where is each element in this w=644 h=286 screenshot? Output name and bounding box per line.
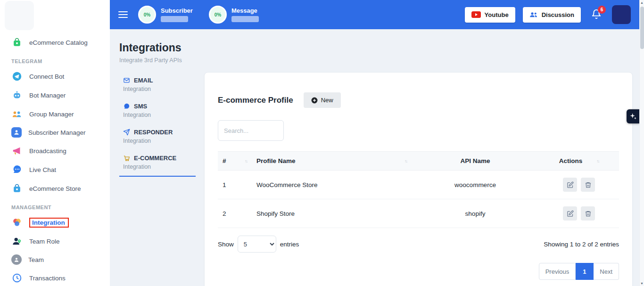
sidebar-item-label: Live Chat [29, 166, 56, 173]
sidebar-item-subscriber-manager[interactable]: Subscriber Manager [0, 123, 110, 141]
page-size-select[interactable]: 5 [238, 236, 276, 253]
col-header-actions[interactable]: Actions↑↓ [539, 152, 619, 171]
youtube-button[interactable]: Youtube [465, 7, 515, 23]
sidebar-section-telegram: TELEGRAM [0, 52, 110, 67]
team-icon [11, 254, 22, 265]
sidebar-item-label: Connect Bot [29, 73, 64, 80]
shopping-bag-icon [11, 37, 23, 48]
sidebar-item-label: eCommerce Store [29, 185, 81, 192]
sidebar-item-bot-manager[interactable]: Bot Manager [0, 86, 110, 105]
showing-entries-text: Showing 1 to 2 of 2 entries [544, 241, 619, 248]
page-scrollbar[interactable]: ▲ ▼ [639, 0, 644, 286]
search-input[interactable] [218, 120, 284, 141]
show-label: Show [218, 241, 234, 248]
sidebar-item-team-role[interactable]: Team Role [0, 232, 110, 251]
subscriber-count-redacted [161, 16, 188, 22]
team-role-icon [11, 236, 23, 247]
sidebar-item-label: Team [28, 256, 44, 263]
tab-sms-integration[interactable]: SMS Integration [119, 98, 196, 124]
user-avatar[interactable] [612, 5, 631, 24]
discussion-people-icon [529, 11, 538, 18]
plus-circle-icon [311, 97, 318, 104]
integration-tabs: EMAIL Integration SMS Integration [119, 72, 196, 177]
sidebar-item-label: Bot Manager [29, 92, 66, 99]
subscriber-label: Subscriber [161, 7, 193, 14]
email-icon [123, 77, 130, 84]
message-progress: 0% Message [209, 6, 259, 24]
sidebar-item-connect-bot[interactable]: Connect Bot [0, 67, 110, 86]
message-progress-circle: 0% [209, 6, 227, 24]
tab-email-integration[interactable]: EMAIL Integration [119, 72, 196, 98]
pagination-previous[interactable]: Previous [539, 263, 576, 280]
store-bag-icon [11, 183, 23, 194]
pagination-next[interactable]: Next [594, 263, 619, 280]
subscriber-progress-circle: 0% [138, 6, 156, 24]
sparkle-icon [629, 113, 637, 120]
hamburger-menu-icon[interactable] [118, 11, 128, 18]
sidebar-item-label: Group Manager [29, 111, 74, 118]
integration-venn-icon [11, 217, 23, 228]
sidebar-item-broadcasting[interactable]: Broadcasting [0, 141, 110, 160]
subscriber-progress: 0% Subscriber [138, 6, 193, 24]
table-header-row: #↑↓ Profile Name↑↓ API Name Actions↑↓ [218, 152, 619, 171]
app-logo [5, 1, 34, 30]
card-title: E-commerce Profile [218, 96, 293, 105]
sidebar-item-group-manager[interactable]: Group Manager [0, 105, 110, 123]
page-subtitle: Integrate 3rd Party APIs [119, 57, 644, 64]
subscriber-icon [11, 127, 22, 138]
megaphone-icon [11, 145, 23, 156]
notifications-bell-icon[interactable]: 6 [591, 9, 602, 21]
sidebar-item-live-chat[interactable]: Live Chat [0, 160, 110, 179]
annotation-red-box: Integration [29, 218, 69, 228]
edit-button[interactable] [563, 178, 577, 192]
ecommerce-profile-card: E-commerce Profile New #↑↓ [204, 72, 633, 286]
sort-icon[interactable]: ↑↓ [245, 159, 247, 163]
col-header-api-name[interactable]: API Name [412, 152, 539, 171]
sidebar-item-transactions[interactable]: Transactions [0, 269, 110, 286]
message-count-redacted [231, 16, 259, 22]
profiles-table: #↑↓ Profile Name↑↓ API Name Actions↑↓ [218, 151, 619, 228]
tab-ecommerce-integration[interactable]: E-COMMERCE Integration [119, 150, 196, 177]
send-icon [123, 129, 130, 136]
col-header-number[interactable]: #↑↓ [218, 152, 252, 171]
scroll-down-arrow[interactable]: ▼ [640, 281, 644, 286]
sidebar-item-label: Subscriber Manager [28, 129, 86, 136]
sort-icon[interactable]: ↑↓ [596, 159, 599, 163]
sidebar-item-label: Integration [32, 219, 65, 226]
sidebar-item-label: Team Role [29, 238, 60, 245]
sms-icon [123, 103, 130, 110]
pagination: Previous 1 Next [539, 263, 619, 280]
sidebar: eCommerce Catalog TELEGRAM Connect Bot B… [0, 0, 110, 286]
new-profile-button[interactable]: New [304, 92, 341, 108]
sidebar-item-label: Broadcasting [29, 147, 66, 155]
sidebar-item-label: eCommerce Catalog [29, 39, 88, 46]
assistant-fab[interactable] [627, 109, 639, 123]
entries-label: entries [280, 241, 299, 248]
table-row: 1 WooCommerce Store woocommerce [218, 171, 619, 199]
edit-button[interactable] [563, 206, 577, 221]
transactions-clock-icon [11, 272, 23, 284]
chat-bubble-icon [11, 164, 23, 175]
robot-icon [11, 90, 23, 101]
sidebar-section-management: MANAGEMENT [0, 198, 110, 213]
tab-responder-integration[interactable]: RESPONDER Integration [119, 124, 196, 150]
scroll-up-arrow[interactable]: ▲ [640, 0, 644, 5]
col-header-profile-name[interactable]: Profile Name↑↓ [252, 152, 412, 171]
discussion-button[interactable]: Discussion [523, 7, 581, 23]
sidebar-item-ecommerce-store[interactable]: eCommerce Store [0, 179, 110, 198]
sidebar-item-ecommerce-catalog[interactable]: eCommerce Catalog [0, 33, 110, 52]
youtube-icon [471, 11, 481, 18]
top-navbar: 0% Subscriber 0% Message Youtube Discuss… [110, 0, 644, 29]
sidebar-item-integration[interactable]: Integration [0, 213, 110, 232]
pagination-page-1[interactable]: 1 [576, 263, 594, 280]
notification-badge: 6 [598, 6, 606, 14]
telegram-icon [11, 71, 23, 82]
delete-button[interactable] [581, 206, 595, 221]
sort-icon[interactable]: ↑↓ [405, 159, 407, 163]
delete-button[interactable] [581, 178, 595, 192]
scrollbar-thumb[interactable] [640, 7, 644, 49]
message-label: Message [231, 7, 259, 14]
page-title: Integrations [119, 41, 644, 54]
cart-icon [123, 155, 130, 162]
sidebar-item-team[interactable]: Team [0, 251, 110, 269]
